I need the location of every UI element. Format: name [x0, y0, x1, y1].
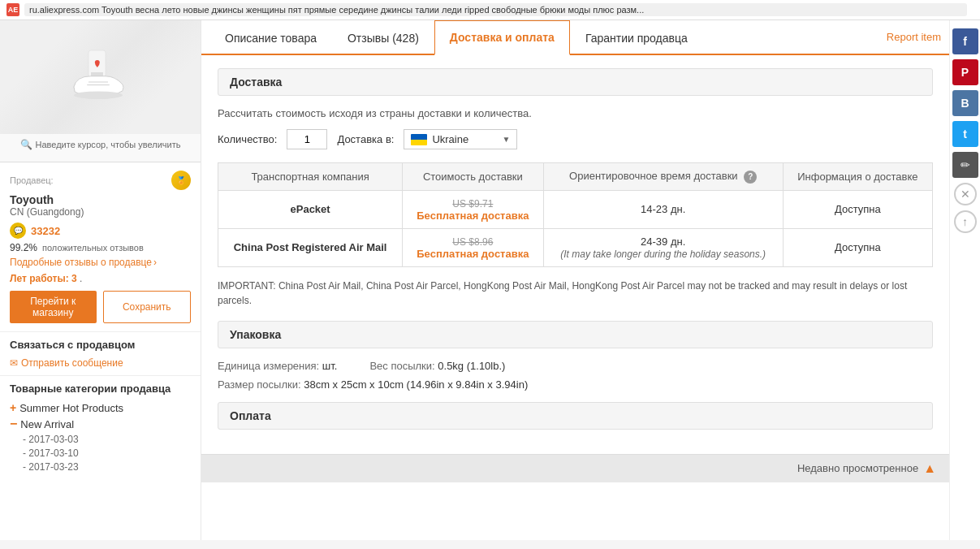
shipping-table: Транспортная компания Стоимость доставки…: [218, 162, 933, 267]
categories-section: Товарные категории продавца + Summer Hot…: [0, 376, 201, 482]
recently-viewed-label: Недавно просмотренное: [797, 462, 918, 474]
col-time: Ориентировочное время доставки ?: [543, 163, 783, 191]
collapse-icon-new-arrival: −: [10, 417, 17, 430]
help-icon[interactable]: ?: [744, 171, 757, 184]
tab-guarantees[interactable]: Гарантии продавца: [570, 21, 703, 55]
cost-china-post: US $8.96 Бесплатная доставка: [403, 228, 543, 266]
original-price-epacket: US $9.71: [452, 198, 493, 210]
contact-title: Связаться с продавцом: [10, 339, 191, 351]
country-selector[interactable]: Ukraine ▼: [404, 129, 517, 149]
seller-name[interactable]: Toyouth: [10, 193, 191, 206]
category-label-summer: Summer Hot Products: [19, 402, 123, 414]
company-epacket: ePacket: [218, 190, 403, 228]
weight-value: 0.5kg (1.10lb.): [438, 360, 505, 372]
category-item-new-arrival[interactable]: − New Arrival: [10, 417, 191, 430]
rating-circle: 💬: [10, 223, 26, 239]
weight-label: Вес посылки:: [369, 360, 434, 372]
svg-point-3: [74, 91, 123, 99]
unit-label: Единица измерения:: [218, 360, 319, 372]
expand-icon-summer: +: [10, 401, 16, 414]
availability-china-post: Доступна: [783, 228, 932, 266]
quantity-input[interactable]: [287, 129, 327, 149]
size-value: 38cm x 25cm x 10cm (14.96in x 9.84in x 3…: [304, 378, 528, 391]
col-cost: Стоимость доставки: [403, 163, 543, 191]
browser-bar: AE ru.aliexpress.com Toyouth весна лето …: [0, 0, 980, 20]
days-china-post: 24-39 дн. (It may take longer during the…: [543, 228, 783, 266]
recently-viewed-bar[interactable]: Недавно просмотренное ▲: [201, 454, 949, 482]
seller-label: Продавец:: [10, 175, 54, 185]
envelope-icon: ✉: [10, 357, 18, 369]
favicon: AE: [6, 3, 19, 16]
report-item-link[interactable]: Report item: [887, 21, 941, 53]
seller-rating-num: 33232: [31, 225, 60, 237]
original-price-china-post: US $8.96: [452, 236, 493, 248]
url-bar[interactable]: ru.aliexpress.com Toyouth весна лето нов…: [24, 3, 967, 16]
payment-section-title: Оплата: [218, 402, 933, 430]
packaging-weight-row: Вес посылки: 0.5kg (1.10lb.): [369, 360, 505, 372]
packaging-size-row: Размер посылки: 38cm x 25cm x 10cm (14.9…: [218, 378, 933, 391]
calc-text: Рассчитать стоимость исходя из страны до…: [218, 107, 933, 119]
cost-epacket: US $9.71 Бесплатная доставка: [403, 190, 543, 228]
content-area: Доставка Рассчитать стоимость исходя из …: [201, 55, 949, 454]
col-company: Транспортная компания: [218, 163, 403, 191]
col-info: Информация о доставке: [783, 163, 932, 191]
days-epacket: 14-23 дн.: [543, 190, 783, 228]
sub-category-2017-03-10[interactable]: - 2017-03-10: [23, 447, 191, 459]
tabs-bar: Описание товара Отзывы (428) Доставка и …: [201, 20, 949, 55]
category-item-summer[interactable]: + Summer Hot Products: [10, 401, 191, 414]
availability-epacket: Доступна: [783, 190, 932, 228]
country-name: Ukraine: [432, 133, 468, 145]
seller-location: CN (Guangdong): [10, 206, 191, 218]
seller-years: Лет работы: 3 .: [10, 273, 191, 284]
product-image: [0, 20, 201, 134]
delivery-to-label: Доставка в:: [337, 133, 394, 145]
search-icon: 🔍: [20, 139, 32, 150]
sub-category-2017-03-23[interactable]: - 2017-03-23: [23, 461, 191, 473]
vk-button[interactable]: В: [952, 90, 978, 116]
chevron-right-icon: ›: [153, 257, 157, 268]
edit-button[interactable]: ✏: [952, 152, 978, 178]
important-note: IMPORTANT: China Post Air Mail, China Po…: [218, 279, 933, 308]
shop-button[interactable]: Перейти к магазину: [10, 291, 97, 323]
seller-review-link[interactable]: Подробные отзывы о продавце ›: [10, 257, 191, 268]
shipping-row-epacket: ePacket US $9.71 Бесплатная доставка 14-…: [218, 190, 933, 228]
zoom-hint: 🔍 Наведите курсор, чтобы увеличить: [15, 134, 186, 155]
packaging-section-title: Упаковка: [218, 321, 933, 348]
close-icon: ✕: [961, 188, 970, 201]
category-label-new-arrival: New Arrival: [20, 418, 74, 430]
flag-ukraine: [411, 134, 427, 145]
categories-title: Товарные категории продавца: [10, 383, 191, 395]
tab-description[interactable]: Описание товара: [209, 21, 332, 55]
contact-section: Связаться с продавцом ✉ Отправить сообще…: [0, 332, 201, 376]
send-message-link[interactable]: ✉ Отправить сообщение: [10, 357, 191, 369]
product-image-svg: [52, 45, 149, 110]
social-sidebar: f P В t ✏ ✕ ↑: [949, 20, 980, 540]
delivery-section-title: Доставка: [218, 68, 933, 96]
arrow-up-icon: ↑: [962, 215, 968, 228]
sub-category-2017-03-03[interactable]: - 2017-03-03: [23, 434, 191, 445]
main-content: Описание товара Отзывы (428) Доставка и …: [201, 20, 949, 540]
tab-delivery[interactable]: Доставка и оплата: [434, 20, 570, 55]
shipping-row-china-post: China Post Registered Air Mail US $8.96 …: [218, 228, 933, 266]
edit-icon: ✏: [961, 158, 970, 171]
free-shipping-china-post: Бесплатная доставка: [417, 248, 529, 260]
free-shipping-epacket: Бесплатная доставка: [417, 210, 529, 222]
scroll-top-button[interactable]: ↑: [954, 210, 977, 233]
packaging-unit-row: Единица измерения: шт.: [218, 360, 337, 372]
twitter-button[interactable]: t: [952, 121, 978, 147]
seller-section: Продавец: 🏅 Toyouth CN (Guangdong) 💬 332…: [0, 162, 201, 332]
chevron-down-icon: ▼: [503, 135, 511, 144]
save-button[interactable]: Сохранить: [103, 291, 192, 323]
facebook-button[interactable]: f: [952, 28, 978, 54]
product-image-area: 🔍 Наведите курсор, чтобы увеличить: [0, 20, 201, 162]
seller-positive-label: положительных отзывов: [42, 243, 144, 253]
recently-viewed-arrow: ▲: [923, 461, 936, 476]
close-button[interactable]: ✕: [954, 183, 977, 205]
company-china-post: China Post Registered Air Mail: [218, 228, 403, 266]
sidebar: 🔍 Наведите курсор, чтобы увеличить Прода…: [0, 20, 201, 540]
days-note-china-post: (It may take longer during the holiday s…: [560, 249, 766, 260]
tab-reviews[interactable]: Отзывы (428): [332, 21, 434, 55]
seller-medal: 🏅: [171, 171, 191, 190]
unit-value: шт.: [322, 360, 338, 372]
pinterest-button[interactable]: P: [952, 59, 978, 85]
